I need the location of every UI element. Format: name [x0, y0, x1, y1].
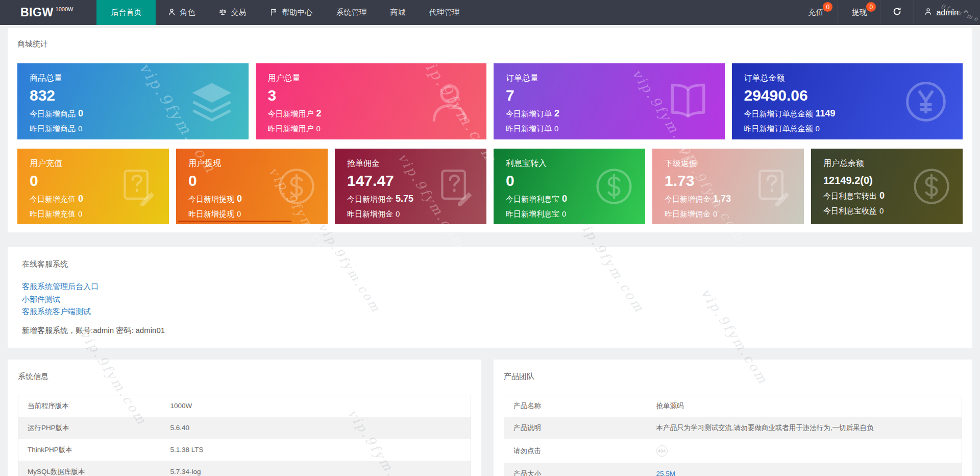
nav-item-label: 交易 — [231, 8, 246, 17]
stat-card-user-withdraw: 用户提现 0 今日新增提现0 昨日新增提现0 — [176, 149, 328, 224]
stat-line-value: 0 — [237, 209, 241, 218]
stat-card-orders: 订单总量 7 今日新增订单2 昨日新增订单0 — [494, 63, 725, 139]
product-size-link[interactable]: 25.5M — [656, 470, 676, 476]
stat-card-interest-in: 利息宝转入 0 今日新增利息宝0 昨日新增利息宝0 — [494, 149, 645, 224]
edit-document-icon — [752, 165, 794, 207]
nav-item-label: 系统管理 — [336, 8, 366, 17]
stat-line-label: 今日新增商品 — [30, 109, 76, 118]
stat-line-label: 昨日新增订单总金额 — [744, 124, 813, 133]
table-cell-label: MySQL数据库版本 — [18, 461, 161, 476]
recharge-badge: 0 — [823, 2, 832, 12]
recharge-button[interactable]: 充值 0 — [794, 0, 837, 25]
table-cell-value: 1000W — [161, 395, 471, 417]
table-row: MySQL数据库版本 5.7.34-log — [18, 461, 471, 476]
nav-item-label: 角色 — [180, 8, 195, 17]
refresh-button[interactable] — [880, 0, 913, 25]
service-admin-entry-link[interactable]: 客服系统管理后台入口 — [22, 280, 958, 293]
stat-line-value: 0 — [78, 194, 83, 204]
stats-row-2: 用户充值 0 今日新增充值0 昨日新增充值0 用户提现 0 今日新增提现0 昨日… — [17, 149, 963, 224]
stat-line-value: 0 — [816, 124, 820, 133]
widget-test-link[interactable]: 小部件测试 — [22, 293, 958, 306]
dollar-icon — [276, 165, 317, 207]
logo-version: 1000W — [56, 6, 74, 12]
nav-item-trade[interactable]: 交易 — [207, 0, 258, 25]
table-cell-value: 抢单源码 — [647, 395, 962, 417]
stat-line-value: 0 — [562, 209, 566, 218]
stats-panel-title: 商城统计 — [17, 39, 963, 49]
edit-document-icon — [434, 165, 476, 207]
stat-line-label: 今日新增佣金 — [665, 195, 710, 203]
stat-line-label: 今日新增提现 — [188, 195, 234, 203]
stat-line-value: 0 — [713, 209, 717, 218]
flag-icon — [270, 8, 282, 18]
system-info-title: 系统信息 — [18, 372, 471, 382]
table-cell-value: 5.6.40 — [161, 417, 471, 439]
app-logo: BIGW 1000W — [0, 0, 96, 25]
product-panel: 产品团队 产品名称 抢单源码 产品说明 本产品只为学习测试交流,请勿要做商业或者… — [494, 360, 972, 476]
logo-text: BIGW — [20, 6, 54, 19]
table-cell-label: 产品名称 — [504, 395, 647, 417]
stat-line-value: 2 — [316, 108, 322, 118]
stat-line-label: 昨日新增佣金 — [665, 209, 710, 218]
nav-item-agent-admin[interactable]: 代理管理 — [417, 0, 471, 25]
nav-item-help-center[interactable]: 帮助中心 — [258, 0, 324, 25]
nav-item-roles[interactable]: 角色 — [156, 0, 207, 25]
do-not-click-badge[interactable]: 404 — [656, 445, 668, 457]
table-row: ThinkPHP版本 5.1.38 LTS — [18, 439, 471, 461]
scales-icon — [218, 8, 231, 18]
stat-line-label: 今日新增利息宝 — [506, 195, 559, 203]
nav-item-label: 代理管理 — [429, 8, 459, 17]
nav-item-label: 帮助中心 — [282, 8, 312, 17]
person-icon — [167, 8, 180, 18]
table-cell-label: 产品大小 — [504, 463, 647, 476]
stat-line-value: 0 — [396, 209, 400, 218]
service-client-test-link[interactable]: 客服系统客户端测试 — [22, 305, 958, 318]
nav-item-system-admin[interactable]: 系统管理 — [324, 0, 378, 25]
bottom-panels: 系统信息 当前程序版本 1000W 运行PHP版本 5.6.40 ThinkPH… — [8, 360, 972, 476]
recharge-label: 充值 — [808, 8, 823, 17]
yen-icon — [902, 78, 949, 125]
table-row: 产品说明 本产品只为学习测试交流,请勿要做商业或者用于违法行为,一切后果自负 — [504, 417, 962, 439]
table-cell-label: 运行PHP版本 — [18, 417, 161, 439]
stat-line-value: 0 — [554, 124, 558, 133]
stat-line-value: 0 — [78, 124, 82, 133]
table-row: 产品大小 25.5M — [504, 463, 962, 476]
stat-line-label: 昨日新增利息宝 — [506, 209, 559, 218]
table-row: 当前程序版本 1000W — [18, 395, 471, 417]
user-menu[interactable]: admin — [913, 0, 980, 25]
stat-line-value: 0 — [879, 191, 885, 201]
stat-line-value: 1149 — [816, 108, 836, 118]
table-cell-value: 404 — [647, 439, 962, 463]
stat-card-users: 用户总量 3 今日新增用户2 昨日新增用户0 — [256, 63, 487, 139]
navbar-right: 充值 0 提现 0 admin — [794, 0, 980, 25]
stat-line-label: 昨日新增订单 — [506, 124, 552, 133]
stat-line-label: 今日利息宝转出 — [823, 192, 877, 200]
stat-line-label: 今日新增佣金 — [347, 195, 393, 203]
stat-card-order-amount: 订单总金额 29490.06 今日新增订单总金额1149 昨日新增订单总金额0 — [732, 63, 963, 139]
stats-row-1: 商品总量 832 今日新增商品0 昨日新增商品0 用户总量 3 今日新增用户2 … — [17, 63, 963, 139]
stat-line-value: 5.75 — [396, 194, 413, 204]
stat-line-label: 昨日新增用户 — [268, 124, 314, 133]
service-panel-title: 在线客服系统 — [22, 259, 958, 269]
refresh-icon — [892, 7, 902, 18]
stat-line-value: 0 — [879, 206, 884, 215]
service-panel: 在线客服系统 客服系统管理后台入口 小部件测试 客服系统客户端测试 新增客服系统… — [8, 247, 972, 348]
nav-item-mall[interactable]: 商城 — [378, 0, 417, 25]
user-icon — [426, 78, 473, 125]
table-cell-value: 25.5M — [647, 463, 962, 476]
chevron-up-icon — [962, 8, 970, 17]
table-row: 运行PHP版本 5.6.40 — [18, 417, 471, 439]
stats-panel: 商城统计 商品总量 832 今日新增商品0 昨日新增商品0 用户总量 3 今日新… — [8, 28, 972, 232]
dollar-icon — [911, 165, 952, 207]
stat-line-value: 0 — [562, 194, 567, 204]
table-cell-label: 请勿点击 — [504, 439, 647, 463]
withdraw-button[interactable]: 提现 0 — [837, 0, 880, 25]
edit-document-icon — [117, 165, 159, 207]
stat-line-value: 0 — [78, 108, 83, 118]
layers-icon — [188, 78, 235, 125]
nav-item-dashboard[interactable]: 后台首页 — [96, 0, 156, 25]
stat-card-order-commission: 抢单佣金 147.47 今日新增佣金5.75 昨日新增佣金0 — [335, 149, 486, 224]
book-icon — [665, 78, 712, 125]
stat-line-label: 昨日新增提现 — [188, 209, 234, 218]
stat-card-user-balance: 用户总余额 12149.2(0) 今日利息宝转出0 今日利息宝收益0 — [811, 149, 963, 224]
